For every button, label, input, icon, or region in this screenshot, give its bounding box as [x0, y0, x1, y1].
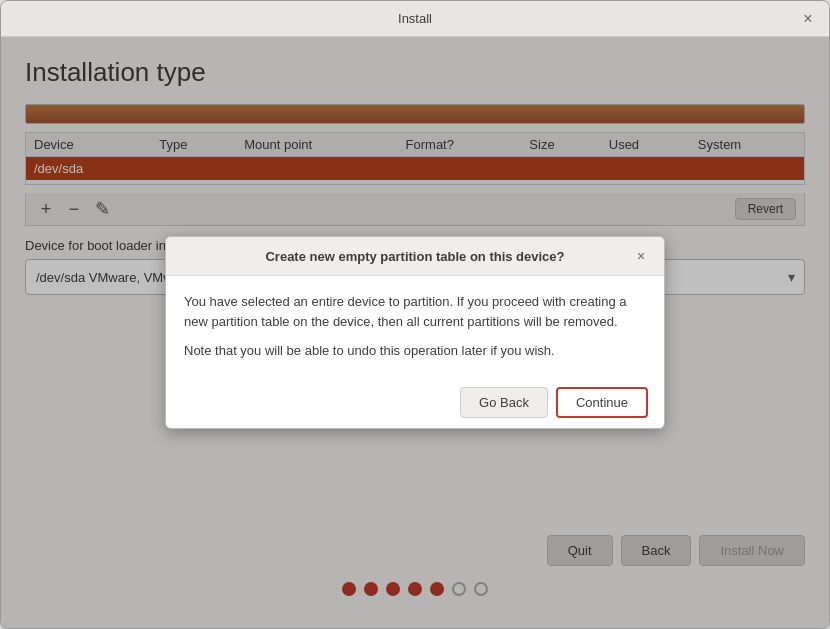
go-back-button[interactable]: Go Back: [460, 387, 548, 418]
dialog-titlebar: Create new empty partition table on this…: [166, 237, 664, 276]
dialog-title: Create new empty partition table on this…: [198, 249, 632, 264]
dialog-body-line2: Note that you will be able to undo this …: [184, 341, 646, 361]
continue-button[interactable]: Continue: [556, 387, 648, 418]
window-close-button[interactable]: ×: [799, 10, 817, 28]
dialog-close-button[interactable]: ×: [632, 247, 650, 265]
main-window: Install × Installation type Device Type …: [0, 0, 830, 629]
dialog-overlay: Create new empty partition table on this…: [1, 37, 829, 628]
window-title: Install: [398, 11, 432, 26]
main-content: Installation type Device Type Mount poin…: [1, 37, 829, 628]
dialog-footer: Go Back Continue: [166, 377, 664, 428]
dialog-body-line1: You have selected an entire device to pa…: [184, 292, 646, 331]
titlebar: Install ×: [1, 1, 829, 37]
dialog: Create new empty partition table on this…: [165, 236, 665, 429]
dialog-body: You have selected an entire device to pa…: [166, 276, 664, 377]
